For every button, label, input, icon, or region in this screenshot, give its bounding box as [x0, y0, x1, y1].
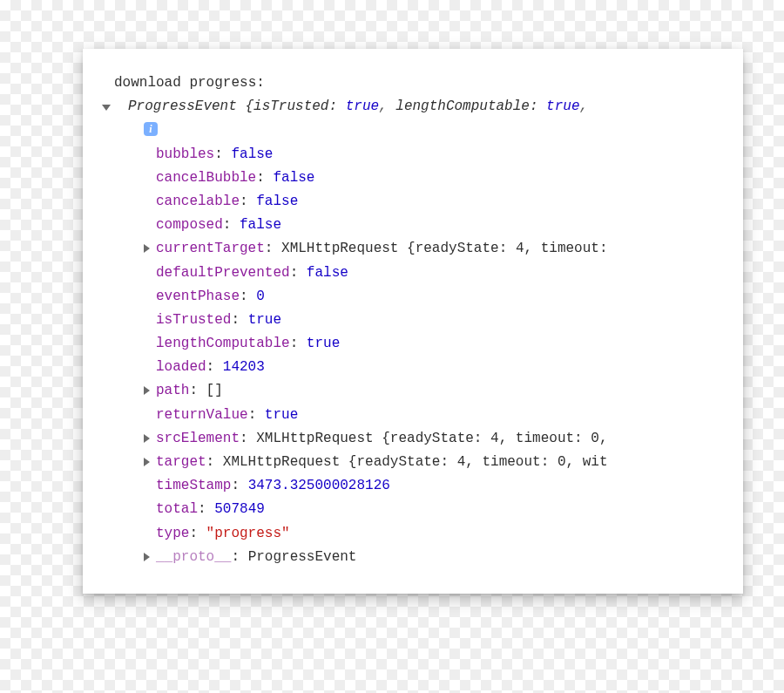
colon: :	[189, 383, 206, 398]
colon: :	[240, 431, 256, 446]
object-properties: bubbles: falsecancelBubble: falsecancela…	[114, 143, 743, 569]
property-row[interactable]: currentTarget: XMLHttpRequest {readyStat…	[156, 237, 743, 261]
property-key: path	[156, 383, 189, 398]
property-key: type	[156, 526, 189, 541]
property-key: composed	[156, 217, 223, 233]
property-value: true	[265, 407, 298, 423]
console-panel: download progress: ProgressEvent {isTrus…	[83, 49, 743, 594]
property-key: isTrusted	[156, 312, 231, 328]
chevron-down-icon[interactable]	[102, 105, 111, 111]
colon: :	[189, 526, 206, 541]
property-key: cancelable	[156, 194, 240, 209]
property-value: ProgressEvent	[248, 549, 357, 565]
object-summary-row[interactable]: ProgressEvent {isTrusted: true, lengthCo…	[114, 95, 743, 119]
property-row: eventPhase: 0	[156, 285, 743, 309]
property-row: isTrusted: true	[156, 309, 743, 332]
log-header-text: download progress:	[114, 75, 265, 91]
property-value: 14203	[223, 359, 265, 375]
colon: :	[223, 217, 240, 233]
property-row: cancelBubble: false	[156, 166, 743, 190]
property-row[interactable]: path: []	[156, 379, 743, 403]
colon: :	[290, 336, 307, 351]
property-key: timeStamp	[156, 478, 231, 493]
colon: :	[328, 99, 345, 114]
info-icon[interactable]: i	[144, 122, 158, 136]
property-value: 3473.325000028126	[248, 478, 390, 493]
property-key: total	[156, 501, 198, 517]
property-row: total: 507849	[156, 498, 743, 521]
colon: :	[265, 241, 281, 256]
property-row: type: "progress"	[156, 522, 743, 546]
property-value: XMLHttpRequest {readyState: 4, timeout:	[281, 241, 607, 256]
property-value: 507849	[214, 501, 265, 517]
property-key: lengthComputable	[156, 336, 290, 351]
chevron-right-icon[interactable]	[144, 553, 150, 561]
info-badge-row: i	[114, 119, 743, 142]
property-key: eventPhase	[156, 289, 240, 304]
chevron-right-icon[interactable]	[144, 386, 150, 395]
colon: :	[231, 312, 247, 328]
property-key: loaded	[156, 359, 206, 375]
property-value: true	[248, 312, 281, 328]
property-row: bubbles: false	[156, 143, 743, 166]
property-row[interactable]: target: XMLHttpRequest {readyState: 4, t…	[156, 451, 743, 474]
property-value: 0	[256, 289, 265, 304]
colon: :	[231, 478, 247, 493]
property-key: bubbles	[156, 146, 214, 162]
property-key: cancelBubble	[156, 170, 256, 186]
property-row: timeStamp: 3473.325000028126	[156, 474, 743, 498]
property-row: cancelable: false	[156, 190, 743, 214]
summary-value: true	[346, 99, 379, 114]
summary-key: isTrusted	[253, 99, 328, 114]
summary-trailing: ,	[580, 99, 589, 114]
property-value: false	[307, 265, 348, 281]
property-row: lengthComputable: true	[156, 332, 743, 356]
colon: :	[248, 407, 265, 423]
summary-value: true	[546, 99, 579, 114]
property-value: false	[240, 217, 281, 233]
property-row: composed: false	[156, 214, 743, 237]
property-value: XMLHttpRequest {readyState: 4, timeout: …	[223, 454, 608, 470]
colon: :	[206, 454, 223, 470]
colon: :	[290, 265, 307, 281]
brace-open: {	[245, 99, 253, 114]
property-value: XMLHttpRequest {readyState: 4, timeout: …	[256, 431, 607, 446]
colon: :	[198, 501, 214, 517]
summary-inline-props: isTrusted: true, lengthComputable: true	[253, 99, 579, 114]
colon: :	[240, 194, 256, 209]
property-value: false	[256, 194, 298, 209]
colon: :	[206, 359, 223, 375]
colon: :	[214, 146, 231, 162]
log-header: download progress:	[114, 71, 743, 95]
property-key: __proto__	[156, 549, 231, 565]
object-class-name: ProgressEvent	[128, 99, 237, 114]
property-key: currentTarget	[156, 241, 265, 256]
property-row: loaded: 14203	[156, 356, 743, 379]
property-value: false	[273, 170, 314, 186]
property-value: true	[307, 336, 340, 351]
chevron-right-icon[interactable]	[144, 458, 150, 466]
property-row[interactable]: __proto__: ProgressEvent	[156, 546, 743, 569]
property-value: false	[231, 146, 273, 162]
property-row: defaultPrevented: false	[156, 262, 743, 285]
colon: :	[240, 289, 256, 304]
property-row[interactable]: srcElement: XMLHttpRequest {readyState: …	[156, 427, 743, 451]
property-row: returnValue: true	[156, 404, 743, 427]
colon: :	[231, 549, 247, 565]
property-key: defaultPrevented	[156, 265, 290, 281]
console-content: download progress: ProgressEvent {isTrus…	[83, 71, 743, 569]
chevron-right-icon[interactable]	[144, 244, 150, 253]
property-key: srcElement	[156, 431, 240, 446]
chevron-right-icon[interactable]	[144, 434, 150, 443]
property-key: target	[156, 454, 206, 470]
property-value: []	[206, 383, 223, 398]
summary-key: lengthComputable	[395, 99, 530, 114]
property-value: "progress"	[206, 526, 290, 541]
comma: ,	[379, 99, 395, 114]
property-key: returnValue	[156, 407, 248, 423]
colon: :	[530, 99, 546, 114]
colon: :	[256, 170, 273, 186]
